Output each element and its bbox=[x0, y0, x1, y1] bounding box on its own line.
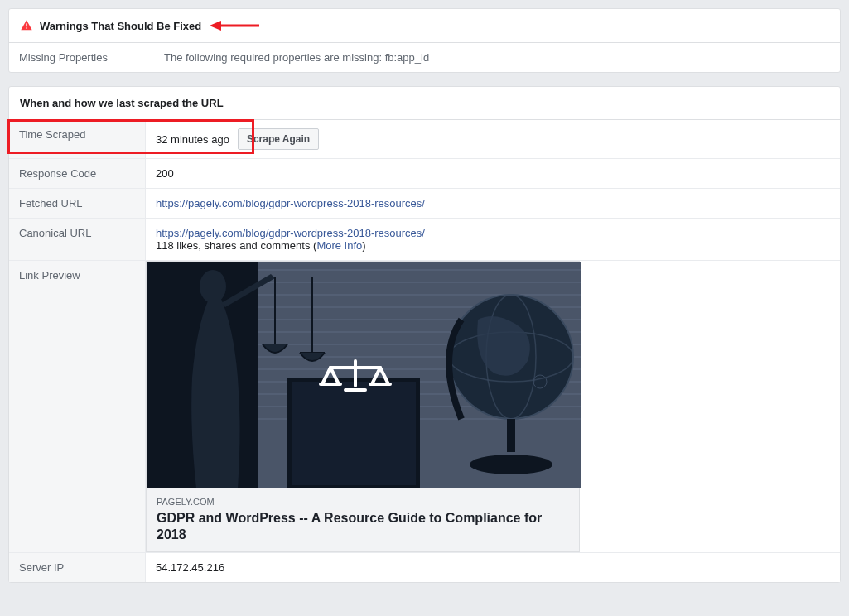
canonical-likes-suffix: ) bbox=[362, 239, 365, 252]
canonical-url-link[interactable]: https://pagely.com/blog/gdpr-wordpress-2… bbox=[156, 227, 425, 239]
warnings-panel: Warnings That Should Be Fixed Missing Pr… bbox=[8, 8, 841, 73]
warnings-body: Missing Properties The following require… bbox=[9, 43, 840, 72]
server-ip-label: Server IP bbox=[9, 553, 146, 582]
time-scraped-row: Time Scraped 32 minutes ago Scrape Again bbox=[9, 120, 840, 159]
svg-rect-0 bbox=[26, 23, 27, 26]
canonical-likes-prefix: 118 likes, shares and comments ( bbox=[156, 239, 316, 252]
link-preview-image bbox=[147, 262, 581, 488]
warnings-header: Warnings That Should Be Fixed bbox=[9, 9, 840, 43]
fetched-url-row: Fetched URL https://pagely.com/blog/gdpr… bbox=[9, 189, 840, 219]
link-preview-value-cell: PAGELY.COM GDPR and WordPress -- A Resou… bbox=[146, 261, 840, 552]
warnings-property-text: The following required properties are mi… bbox=[164, 51, 429, 64]
svg-marker-3 bbox=[210, 21, 221, 31]
response-code-label: Response Code bbox=[9, 159, 146, 188]
warnings-property-label: Missing Properties bbox=[19, 51, 164, 64]
link-preview-card[interactable]: PAGELY.COM GDPR and WordPress -- A Resou… bbox=[146, 261, 580, 552]
svg-rect-26 bbox=[292, 382, 416, 485]
fetched-url-value-cell: https://pagely.com/blog/gdpr-wordpress-2… bbox=[146, 189, 840, 218]
canonical-url-row: Canonical URL https://pagely.com/blog/gd… bbox=[9, 219, 840, 261]
link-preview-domain: PAGELY.COM bbox=[157, 497, 569, 507]
more-info-link[interactable]: More Info bbox=[316, 239, 362, 252]
fetched-url-link[interactable]: https://pagely.com/blog/gdpr-wordpress-2… bbox=[156, 197, 425, 209]
time-scraped-value-cell: 32 minutes ago Scrape Again bbox=[146, 120, 840, 158]
svg-point-39 bbox=[470, 455, 552, 474]
time-scraped-value: 32 minutes ago bbox=[156, 133, 229, 146]
svg-point-20 bbox=[200, 270, 226, 303]
response-code-row: Response Code 200 bbox=[9, 159, 840, 189]
scrape-again-button[interactable]: Scrape Again bbox=[238, 128, 319, 150]
canonical-url-value-cell: https://pagely.com/blog/gdpr-wordpress-2… bbox=[146, 219, 840, 260]
link-preview-meta: PAGELY.COM GDPR and WordPress -- A Resou… bbox=[147, 488, 579, 551]
fetched-url-label: Fetched URL bbox=[9, 189, 146, 218]
response-code-value: 200 bbox=[146, 159, 840, 188]
canonical-url-label: Canonical URL bbox=[9, 219, 146, 260]
server-ip-row: Server IP 54.172.45.216 bbox=[9, 553, 840, 582]
time-scraped-label: Time Scraped bbox=[9, 120, 146, 158]
svg-rect-1 bbox=[26, 27, 27, 28]
server-ip-value: 54.172.45.216 bbox=[146, 553, 840, 582]
warning-triangle-icon bbox=[20, 19, 33, 32]
link-preview-row: Link Preview bbox=[9, 261, 840, 553]
warnings-title: Warnings That Should Be Fixed bbox=[40, 20, 201, 32]
preview-illustration bbox=[147, 262, 581, 488]
scrape-header: When and how we last scraped the URL bbox=[9, 87, 840, 120]
link-preview-label: Link Preview bbox=[9, 261, 146, 552]
scrape-title: When and how we last scraped the URL bbox=[20, 97, 224, 109]
link-preview-title: GDPR and WordPress -- A Resource Guide t… bbox=[157, 510, 569, 543]
scrape-panel: When and how we last scraped the URL Tim… bbox=[8, 86, 841, 583]
arrow-annotation-icon bbox=[210, 19, 259, 32]
